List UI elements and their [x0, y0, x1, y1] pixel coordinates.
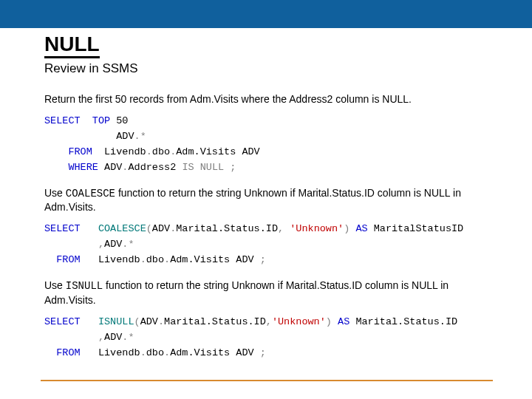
star: * [128, 332, 134, 343]
lp: ( [146, 223, 152, 234]
semi: ; [230, 162, 236, 173]
table: Adm.Visits [170, 254, 230, 265]
comma: , [98, 332, 104, 343]
sql-block-1: SELECT TOP 50 ADV.* FROM Livendb.dbo.Adm… [44, 114, 488, 176]
comma: , [266, 316, 272, 327]
kw-select: SELECT [44, 115, 81, 126]
db: Livendb [98, 347, 140, 358]
top-n: 50 [116, 115, 128, 126]
star: * [140, 131, 146, 142]
slide-content: NULL Review in SSMS Return the first 50 … [44, 28, 488, 372]
str-unknown: Unknown [278, 316, 320, 327]
rp: ) [344, 223, 349, 234]
rp: ) [326, 316, 332, 327]
kw-top: TOP [92, 115, 110, 126]
instr-pre: Use [44, 279, 66, 291]
instruction-3: Use ISNULL function to return the string… [44, 279, 488, 307]
quote: ' [320, 316, 326, 327]
alias: ADV [140, 316, 158, 327]
alias: ADV [116, 131, 134, 142]
sql-block-2: SELECT COALESCE(ADV.Marital.Status.ID, '… [44, 222, 488, 268]
schema: dbo [146, 347, 164, 358]
col: Marital.Status.ID [176, 223, 278, 234]
star: * [128, 239, 134, 250]
alias: ADV [236, 347, 253, 358]
table: Adm.Visits [176, 146, 236, 157]
quote: ' [272, 316, 278, 327]
kw-as: AS [338, 316, 349, 327]
as-col: MaritalStatusID [374, 223, 464, 234]
col: Address2 [128, 162, 176, 173]
kw-where: WHERE [68, 162, 98, 173]
instr-post: function to return the string Unknown if… [44, 279, 449, 306]
fn-isnull: ISNULL [98, 316, 134, 327]
comma: , [278, 223, 284, 234]
dot: . [164, 254, 170, 265]
alias: ADV [104, 332, 122, 343]
func-name-coalesce: COALESCE [66, 188, 115, 200]
footer-rule [41, 380, 493, 381]
lp: ( [134, 316, 140, 327]
kw-select: SELECT [44, 316, 81, 327]
alias: ADV [104, 239, 122, 250]
kw-from: FROM [56, 347, 80, 358]
alias: ADV [152, 223, 170, 234]
alias: ADV [104, 162, 122, 173]
kw-select: SELECT [44, 223, 81, 234]
instruction-1: Return the first 50 records from Adm.Vis… [44, 92, 488, 106]
sql-block-3: SELECT ISNULL(ADV.Marital.Status.ID,'Unk… [44, 315, 488, 361]
db: Livendb [104, 146, 146, 157]
page-title: NULL [44, 33, 100, 58]
dot: . [146, 146, 152, 157]
alias: ADV [242, 146, 259, 157]
kw-from: FROM [56, 254, 80, 265]
kw-as: AS [355, 223, 367, 234]
kw-from: FROM [68, 146, 92, 157]
str-unknown: Unknown [296, 223, 338, 234]
as-col: Marital.Status.ID [355, 316, 457, 327]
instruction-2: Use COALESCE function to return the stri… [44, 186, 488, 215]
dot: . [140, 347, 146, 358]
schema: dbo [146, 254, 164, 265]
kw-isnull: IS NULL [182, 162, 224, 173]
dot: . [158, 316, 164, 327]
comma: , [98, 239, 104, 250]
semi: ; [260, 347, 266, 358]
page-subtitle: Review in SSMS [44, 61, 488, 76]
dot: . [134, 131, 140, 142]
quote: ' [338, 223, 344, 234]
alias: ADV [236, 254, 253, 265]
schema: dbo [152, 146, 170, 157]
semi: ; [260, 254, 266, 265]
dot: . [164, 347, 170, 358]
header-bar [0, 0, 532, 28]
instr-pre: Use [44, 187, 66, 199]
dot: . [140, 254, 146, 265]
db: Livendb [98, 254, 140, 265]
col: Marital.Status.ID [164, 316, 266, 327]
table: Adm.Visits [170, 347, 230, 358]
func-name-isnull: ISNULL [66, 280, 103, 292]
fn-coalesce: COALESCE [98, 223, 146, 234]
